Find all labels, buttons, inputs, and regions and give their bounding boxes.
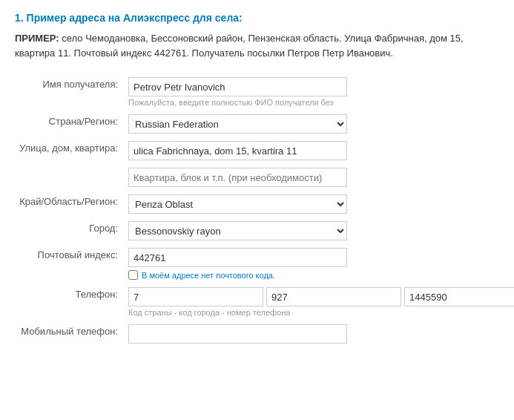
example-content: село Чемодановка, Бессоновский район, Пе… xyxy=(15,33,464,59)
phone-label: Телефон: xyxy=(75,289,118,300)
mobile-label: Мобильный телефон: xyxy=(21,326,118,337)
phone-number-input[interactable] xyxy=(404,287,514,306)
phone-row xyxy=(128,287,514,306)
country-select[interactable]: Russian Federation xyxy=(128,114,347,134)
region-label: Край/Область/Регион: xyxy=(19,196,118,207)
no-postal-checkbox[interactable] xyxy=(128,270,138,280)
example-label: ПРИМЕР: xyxy=(15,33,59,44)
postal-label: Почтовый индекс: xyxy=(38,249,118,260)
street-input[interactable] xyxy=(128,141,347,160)
postal-input[interactable] xyxy=(128,248,347,267)
region-select[interactable]: Penza Oblast xyxy=(128,194,347,214)
country-label: Страна/Регион: xyxy=(49,116,118,127)
phone-hint: Код страны - код города - номер телефона xyxy=(128,308,347,317)
city-select[interactable]: Bessonovskiy rayon xyxy=(128,221,347,240)
recipient-hint: Пожалуйста, введите полностью ФИО получа… xyxy=(128,98,347,107)
street-label: Улица, дом, квартира: xyxy=(19,142,118,154)
apt-input[interactable] xyxy=(128,168,347,187)
section-title: 1. Пример адреса на Алиэкспресс для села… xyxy=(15,12,499,24)
recipient-input[interactable] xyxy=(128,77,347,96)
recipient-label: Имя получателя: xyxy=(42,79,118,90)
phone-country-input[interactable] xyxy=(128,287,263,306)
city-label: Город: xyxy=(89,223,118,234)
mobile-input[interactable] xyxy=(128,324,347,344)
phone-city-input[interactable] xyxy=(266,287,401,306)
no-postal-label: В моём адресе нет почтового кода. xyxy=(142,271,275,280)
